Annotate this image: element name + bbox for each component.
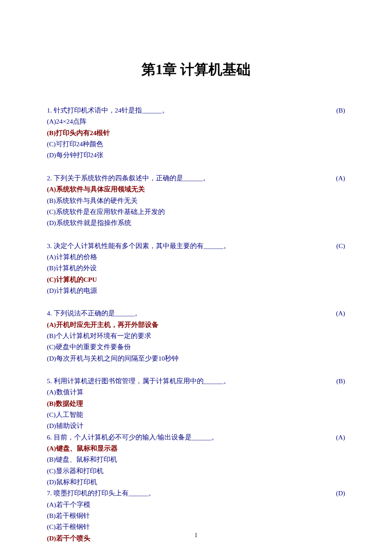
question-option: (A)若干个字模 xyxy=(47,499,345,510)
question-option: (A)键盘、鼠标和显示器 xyxy=(47,443,345,454)
question-answer-key: (B) xyxy=(324,376,345,387)
question-option: (D)系统软件就是指操作系统 xyxy=(47,217,345,228)
question-stem: 4. 下列说法不正确的是______。 xyxy=(47,308,324,319)
question-stem: 2. 下列关于系统软件的四条叙述中，正确的是______。 xyxy=(47,173,324,184)
questions-list: 1. 针式打印机术语中，24针是指______。(B)(A)24×24点阵(B)… xyxy=(47,105,345,544)
question-option: (C)系统软件是在应用软件基础上开发的 xyxy=(47,206,345,217)
question-option: (B)计算机的外设 xyxy=(47,263,345,274)
question-header: 5. 利用计算机进行图书馆管理，属于计算机应用中的______。(B) xyxy=(47,376,345,387)
chapter-title: 第1章 计算机基础 xyxy=(47,58,345,81)
question-option: (D)辅助设计 xyxy=(47,420,345,431)
question-stem: 5. 利用计算机进行图书馆管理，属于计算机应用中的______。 xyxy=(47,376,324,387)
document-page: 第1章 计算机基础 1. 针式打印机术语中，24针是指______。(B)(A)… xyxy=(0,0,392,555)
question-option: (D)每次开机与关机之间的间隔至少要10秒钟 xyxy=(47,353,345,364)
question-header: 2. 下列关于系统软件的四条叙述中，正确的是______。(A) xyxy=(47,173,345,184)
question-answer-key: (C) xyxy=(324,240,345,251)
question-answer-key: (D) xyxy=(324,488,345,499)
question-stem: 1. 针式打印机术语中，24针是指______。 xyxy=(47,105,324,116)
question-option: (B)若干根铜针 xyxy=(47,510,345,521)
question-option: (B)个人计算机对环境有一定的要求 xyxy=(47,330,345,341)
question-block: 1. 针式打印机术语中，24针是指______。(B)(A)24×24点阵(B)… xyxy=(47,105,345,161)
question-block: 6. 目前，个人计算机必不可少的输入/输出设备是______。(A)(A)键盘、… xyxy=(47,432,345,488)
question-answer-key: (B) xyxy=(324,105,345,116)
question-option: (B)数据处理 xyxy=(47,398,345,409)
question-option: (A)系统软件与具体应用领域无关 xyxy=(47,184,345,195)
question-option: (A)计算机的价格 xyxy=(47,251,345,263)
question-stem: 6. 目前，个人计算机必不可少的输入/输出设备是______。 xyxy=(47,432,324,443)
question-block: 2. 下列关于系统软件的四条叙述中，正确的是______。(A)(A)系统软件与… xyxy=(47,173,345,229)
question-option: (D)计算机的电源 xyxy=(47,285,345,296)
question-option: (B)键盘、鼠标和打印机 xyxy=(47,454,345,465)
question-option: (A)数值计算 xyxy=(47,387,345,398)
question-option: (C)硬盘中的重要文件要备份 xyxy=(47,341,345,353)
question-header: 6. 目前，个人计算机必不可少的输入/输出设备是______。(A) xyxy=(47,432,345,443)
question-header: 7. 喷墨打印机的打印头上有______。(D) xyxy=(47,488,345,499)
question-answer-key: (A) xyxy=(324,173,345,184)
question-block: 3. 决定个人计算机性能有多个因素，其中最主要的有______。(C)(A)计算… xyxy=(47,240,345,297)
question-option: (A)开机时应先开主机，再开外部设备 xyxy=(47,319,345,330)
question-stem: 3. 决定个人计算机性能有多个因素，其中最主要的有______。 xyxy=(47,240,324,251)
question-header: 4. 下列说法不正确的是______。(A) xyxy=(47,308,345,319)
question-header: 3. 决定个人计算机性能有多个因素，其中最主要的有______。(C) xyxy=(47,240,345,251)
page-number: 1 xyxy=(195,530,198,541)
question-option: (D)鼠标和打印机 xyxy=(47,477,345,488)
question-answer-key: (A) xyxy=(324,432,345,443)
question-block: 4. 下列说法不正确的是______。(A)(A)开机时应先开主机，再开外部设备… xyxy=(47,308,345,364)
question-stem: 7. 喷墨打印机的打印头上有______。 xyxy=(47,488,324,499)
question-option: (C)人工智能 xyxy=(47,409,345,420)
question-option: (A)24×24点阵 xyxy=(47,116,345,127)
question-option: (C)计算机的CPU xyxy=(47,274,345,285)
question-option: (C)可打印24种颜色 xyxy=(47,139,345,150)
question-option: (C)显示器和打印机 xyxy=(47,465,345,477)
question-block: 5. 利用计算机进行图书馆管理，属于计算机应用中的______。(B)(A)数值… xyxy=(47,376,345,432)
question-answer-key: (A) xyxy=(324,308,345,319)
question-option: (B)打印头内有24根针 xyxy=(47,127,345,139)
question-header: 1. 针式打印机术语中，24针是指______。(B) xyxy=(47,105,345,116)
question-option: (D)每分钟打印24张 xyxy=(47,150,345,161)
question-option: (B)系统软件与具体的硬件无关 xyxy=(47,195,345,206)
